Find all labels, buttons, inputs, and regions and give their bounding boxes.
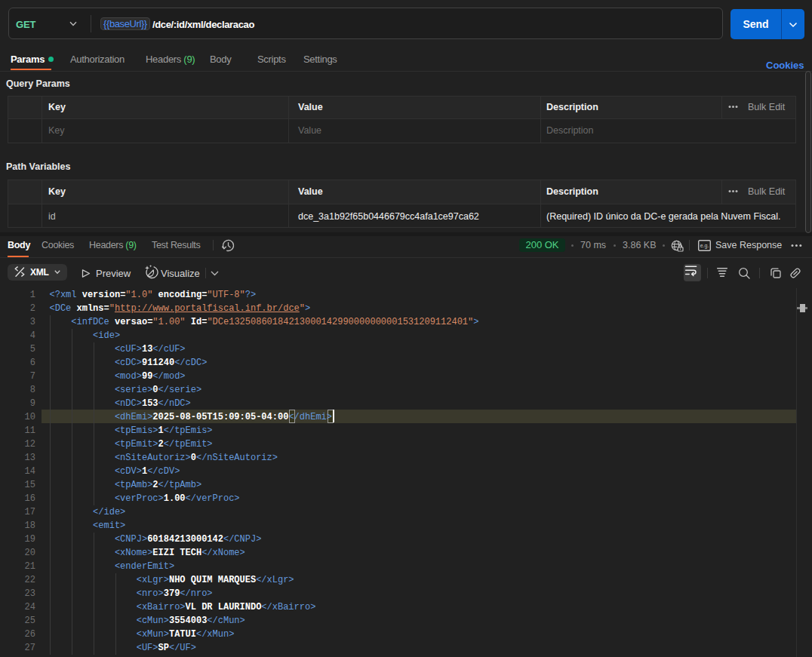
- svg-text:e.g.: e.g.: [700, 243, 709, 249]
